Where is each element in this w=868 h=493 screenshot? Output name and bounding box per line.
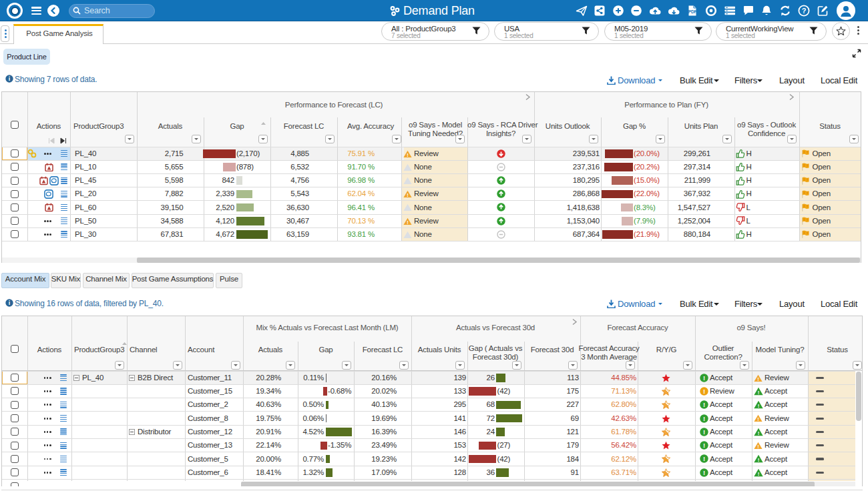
svg-text:!: ! [703, 455, 705, 462]
svg-text:!: ! [407, 151, 408, 157]
svg-text:!: ! [758, 390, 759, 396]
svg-text:PDF: PDF [688, 9, 697, 14]
svg-text:!: ! [758, 457, 759, 463]
svg-text:!: ! [407, 219, 408, 225]
svg-text:!: ! [703, 442, 705, 449]
svg-text:!: ! [407, 192, 408, 198]
svg-text:!: ! [757, 416, 758, 422]
svg-text:i: i [9, 300, 10, 306]
svg-text:!: ! [757, 376, 758, 382]
svg-text:!: ! [758, 471, 759, 477]
svg-text:!: ! [703, 388, 705, 395]
svg-text:!: ! [758, 403, 759, 409]
svg-text:!: ! [703, 428, 705, 436]
svg-text:!: ! [703, 469, 705, 476]
svg-text:!: ! [758, 430, 759, 436]
svg-text:!: ! [703, 374, 705, 382]
svg-text:?: ? [801, 7, 806, 15]
svg-text:!: ! [703, 415, 705, 422]
svg-text:!: ! [703, 401, 705, 408]
svg-text:i: i [9, 75, 10, 82]
svg-text:!: ! [757, 444, 758, 450]
